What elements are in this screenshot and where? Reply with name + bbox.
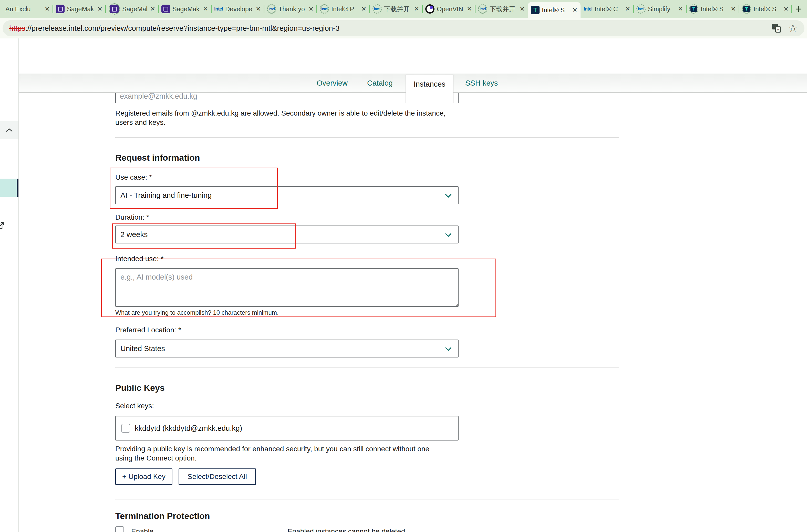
chevron-down-icon [445,193,452,198]
translate-icon[interactable]: G 文 [772,23,781,33]
tab-title: SageMak [172,5,199,13]
browser-tab[interactable]: SageMak✕ [105,0,158,18]
intel-dashed-icon: intel [636,4,646,14]
tab-separator [686,5,687,13]
browser-toolbar: https://prerelease.intel.com/preview/com… [0,18,807,38]
intel-dashed-icon: intel [320,4,329,14]
tab-title: Intel® C [595,5,622,13]
tab-instances-active[interactable]: Instances [406,75,454,103]
tab-title: 下载并开 [384,5,411,13]
tab-separator [211,5,212,13]
tab-overview[interactable]: Overview [316,79,348,88]
tab-catalog[interactable]: Catalog [367,79,393,88]
sidebar-collapse-button[interactable] [0,121,18,139]
intended-use-label: Intended use: * [115,255,164,263]
preferred-location-label: Preferred Location: * [115,326,181,334]
upload-key-button[interactable]: + Upload Key [115,469,172,485]
duration-select[interactable]: 2 weeks [115,226,459,244]
openvino-icon [425,4,435,14]
intended-use-help: What are you trying to accomplish? 10 ch… [115,309,279,316]
external-link-icon[interactable] [0,222,5,231]
sidebar-divider [18,38,19,532]
tab-separator [738,5,739,13]
tab-close-icon[interactable]: ✕ [519,5,526,13]
tab-close-icon[interactable]: ✕ [571,6,578,14]
browser-tab[interactable]: intelIntel® P✕ [316,0,369,18]
use-case-label: Use case: * [115,173,152,182]
select-keys-label: Select keys: [115,402,154,410]
tab-separator [264,5,264,13]
chevron-up-icon [5,128,14,133]
browser-tab[interactable]: intelDevelope✕ [211,0,264,18]
tab-title: OpenVIN [437,5,463,13]
tab-close-icon[interactable]: ✕ [202,5,209,13]
tab-close-icon[interactable]: ✕ [149,5,156,13]
intel-tiber-icon: T [531,6,540,14]
new-tab-button[interactable]: + [795,3,802,15]
browser-tab[interactable]: OpenVIN✕ [422,0,475,18]
divider [115,137,619,138]
browser-tab[interactable]: intel下载并开✕ [475,0,528,18]
tab-close-icon[interactable]: ✕ [307,5,314,13]
tab-close-icon[interactable]: ✕ [730,5,737,13]
browser-tab[interactable]: TIntel® S✕ [686,0,739,18]
svg-text:文: 文 [776,28,780,32]
intel-dashed-icon: intel [372,4,382,14]
tab-title: SageMak [67,5,94,13]
tab-separator [475,5,476,13]
intel-dashed-icon: intel [267,4,276,14]
duration-label: Duration: * [115,213,149,222]
key-checkbox[interactable] [121,424,130,433]
chevron-down-icon [445,347,452,352]
tab-title: Intel® S [701,5,727,13]
address-bar[interactable]: https://prerelease.intel.com/preview/com… [3,20,804,36]
use-case-select[interactable]: AI - Training and fine-tuning [115,186,459,204]
select-deselect-all-button[interactable]: Select/Deselect All [178,469,256,485]
tab-title: 下载并开 [489,5,516,13]
browser-tab[interactable]: An Exclu✕ [0,0,53,18]
bookmark-star-icon[interactable]: ☆ [788,23,798,34]
termination-protection-checkbox[interactable] [115,526,124,532]
browser-tab[interactable]: TIntel® S✕ [739,0,792,18]
browser-tab[interactable]: intelThank yo✕ [264,0,316,18]
url-scheme-struck: https [9,24,25,32]
tab-title: Intel® P [331,5,358,13]
screen: An Exclu✕SageMak✕SageMak✕SageMak✕intelDe… [0,0,807,532]
tab-separator [53,5,53,13]
browser-tab-strip: An Exclu✕SageMak✕SageMak✕SageMak✕intelDe… [0,0,807,18]
tab-close-icon[interactable]: ✕ [677,5,684,13]
browser-tab[interactable]: intelSimplify✕ [633,0,686,18]
divider [115,499,619,499]
request-information-heading: Request information [115,153,200,163]
browser-tab[interactable]: SageMak✕ [53,0,105,18]
browser-tab[interactable]: intel下载并开✕ [369,0,422,18]
tab-close-icon[interactable]: ✕ [466,5,473,13]
tab-close-icon[interactable]: ✕ [360,5,367,13]
tab-title: Intel® S [753,5,780,13]
browser-tab[interactable]: intelIntel® C✕ [580,0,633,18]
tab-close-icon[interactable]: ✕ [96,5,103,13]
intended-use-textarea[interactable] [115,268,459,307]
sagemaker-icon [56,5,64,13]
intel-logo-icon: intel [214,6,223,12]
public-key-help-text: Providing a public key is recommended fo… [115,444,429,463]
tab-separator [422,5,423,13]
tab-separator [316,5,317,13]
tab-separator [158,5,159,13]
chevron-down-icon [445,233,452,237]
browser-tab[interactable]: SageMak✕ [158,0,211,18]
tab-close-icon[interactable]: ✕ [624,5,631,13]
tab-title: An Exclu [5,5,41,13]
tab-ssh-keys[interactable]: SSH keys [465,79,498,88]
preferred-location-select[interactable]: United States [115,340,459,358]
tab-title: Simplify [648,5,675,13]
browser-tab-active[interactable]: TIntel® S✕ [528,2,580,18]
tab-close-icon[interactable]: ✕ [413,5,420,13]
tab-close-icon[interactable]: ✕ [43,5,51,13]
tab-title: Intel® S [542,6,569,14]
sidebar-item-active[interactable] [0,178,18,197]
tab-close-icon[interactable]: ✕ [782,5,790,13]
sagemaker-icon [109,3,120,15]
tab-close-icon[interactable]: ✕ [255,5,262,13]
tab-separator [791,5,792,13]
